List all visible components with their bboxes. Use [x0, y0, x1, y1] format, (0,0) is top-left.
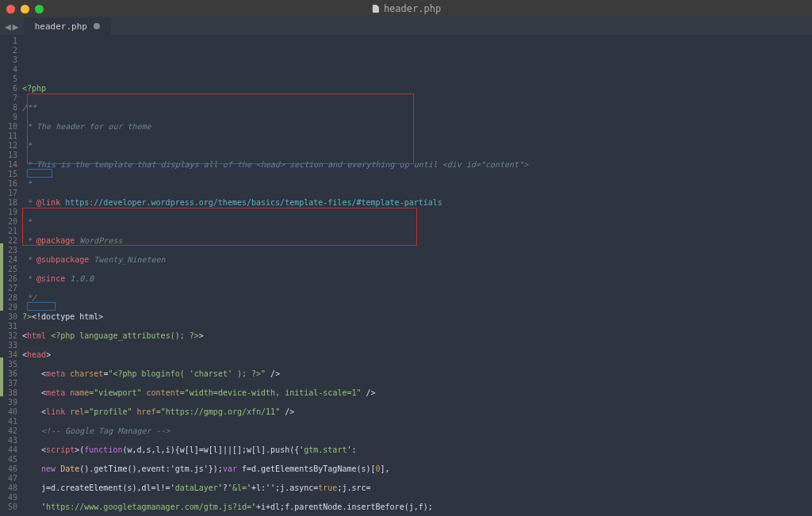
lineno: 35 [5, 360, 17, 369]
lineno: 10 [5, 122, 17, 132]
lineno: 37 [5, 379, 17, 388]
lineno: 8 [5, 103, 17, 113]
lineno: 49 [5, 493, 17, 503]
lineno: 45 [5, 455, 17, 464]
lineno: 9 [5, 113, 17, 122]
lineno: 3 [5, 55, 17, 65]
lineno: 1 [5, 36, 17, 46]
code-line: * [22, 179, 812, 189]
tab-modified-icon [94, 23, 100, 29]
lineno: 41 [5, 417, 17, 426]
code-line: <script>(function(w,d,s,l,i){w[l]=w[l]||… [22, 445, 812, 455]
lineno: 27 [5, 284, 17, 293]
lineno: 47 [5, 474, 17, 484]
lineno: 33 [5, 341, 17, 350]
minimize-button[interactable] [21, 5, 29, 13]
lineno: 22 [5, 236, 17, 246]
lineno: 50 [5, 503, 17, 512]
lineno: 17 [5, 189, 17, 198]
gutter-wrap: 1 2 3 4 5 6 7 8 9 10 11 12 13 14 15 16 1… [0, 35, 22, 516]
window-title: header.php [371, 3, 441, 14]
lineno: 34 [5, 350, 17, 360]
code-line: */ [22, 293, 812, 303]
lineno: 24 [5, 255, 17, 265]
lineno: 44 [5, 445, 17, 455]
code-line: * @since 1.0.0 [22, 274, 812, 284]
titlebar: header.php [0, 0, 812, 17]
lineno: 46 [5, 464, 17, 474]
lineno: 12 [5, 141, 17, 151]
code-line: * [22, 141, 812, 151]
code-line: <meta charset="<?php bloginfo( 'charset'… [22, 369, 812, 379]
maximize-button[interactable] [35, 5, 44, 13]
highlight-head-tag [27, 169, 52, 178]
lineno: 5 [5, 75, 17, 84]
nav-forward[interactable]: ▶ [13, 21, 19, 32]
tab-label: header.php [35, 21, 87, 32]
traffic-lights [6, 5, 44, 13]
lineno: 11 [5, 132, 17, 141]
code-line: <link rel="profile" href="https://gmpg.o… [22, 407, 812, 417]
lineno: 42 [5, 426, 17, 436]
code-line: ?><!doctype html> [22, 312, 812, 322]
lineno: 14 [5, 160, 17, 170]
lineno: 18 [5, 198, 17, 208]
lineno: 25 [5, 265, 17, 274]
gutter-marker [0, 243, 3, 311]
nav-arrows: ◀ ▶ [5, 21, 19, 32]
file-icon [371, 4, 381, 13]
code-line: 'https://www.googletagmanager.com/gtm.js… [22, 503, 812, 512]
lineno: 6 [5, 84, 17, 94]
lineno: 31 [5, 322, 17, 331]
lineno: 39 [5, 398, 17, 407]
gutter-marker [0, 357, 3, 396]
lineno: 29 [5, 303, 17, 312]
code-area[interactable]: <?php /** * The header for our theme * *… [22, 35, 812, 516]
code-line: <?php [22, 84, 812, 94]
window-title-text: header.php [384, 3, 441, 14]
lineno: 7 [5, 94, 17, 103]
close-button[interactable] [6, 5, 15, 13]
lineno: 48 [5, 484, 17, 493]
code-line: * [22, 217, 812, 227]
line-numbers: 1 2 3 4 5 6 7 8 9 10 11 12 13 14 15 16 1… [0, 35, 22, 514]
code-line: * This is the template that displays all… [22, 160, 812, 170]
lineno: 28 [5, 293, 17, 303]
lineno: 20 [5, 217, 17, 227]
lineno: 16 [5, 179, 17, 189]
code-line: j=d.createElement(s),dl=l!='dataLayer'?'… [22, 484, 812, 493]
lineno: 4 [5, 65, 17, 75]
code-line: <head> [22, 350, 812, 360]
lineno: 40 [5, 407, 17, 417]
tab-active[interactable]: header.php [24, 17, 111, 35]
lineno: 13 [5, 151, 17, 160]
lineno: 26 [5, 274, 17, 284]
lineno: 2 [5, 46, 17, 55]
code-line: * @subpackage Twenty_Nineteen [22, 255, 812, 265]
code-line: * @package WordPress [22, 236, 812, 246]
editor[interactable]: 1 2 3 4 5 6 7 8 9 10 11 12 13 14 15 16 1… [0, 35, 812, 516]
nav-back[interactable]: ◀ [5, 21, 11, 32]
lineno: 32 [5, 331, 17, 341]
lineno: 38 [5, 388, 17, 398]
code-line: /** [22, 103, 812, 113]
lineno: 36 [5, 369, 17, 379]
toolbar: ◀ ▶ header.php [0, 17, 812, 35]
lineno: 15 [5, 170, 17, 179]
code-line: <!-- Google Tag Manager --> [22, 426, 812, 436]
code-line: <html <?php language_attributes(); ?>> [22, 331, 812, 341]
code-line: new Date().getTime(),event:'gtm.js'});va… [22, 464, 812, 474]
lineno: 21 [5, 227, 17, 236]
lineno: 19 [5, 208, 17, 217]
lineno: 43 [5, 436, 17, 445]
highlight-body-tag [27, 302, 56, 311]
code-line: <meta name="viewport" content="width=dev… [22, 388, 812, 398]
lineno: 23 [5, 246, 17, 255]
code-line: * The header for our theme [22, 122, 812, 132]
code-line: * @link https://developer.wordpress.org/… [22, 198, 812, 208]
lineno: 30 [5, 312, 17, 322]
